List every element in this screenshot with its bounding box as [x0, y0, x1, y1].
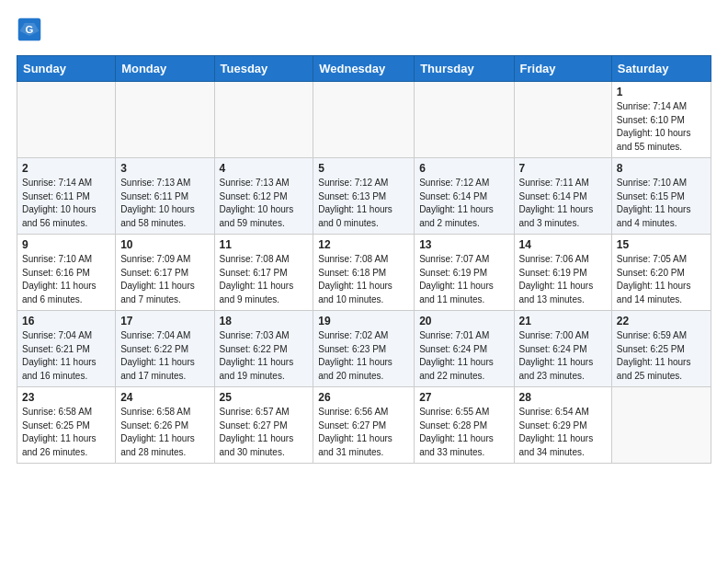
day-number: 5	[318, 162, 409, 175]
week-row-2: 9Sunrise: 7:10 AM Sunset: 6:16 PM Daylig…	[17, 235, 711, 311]
calendar-cell: 15Sunrise: 7:05 AM Sunset: 6:20 PM Dayli…	[611, 235, 711, 311]
day-info: Sunrise: 7:11 AM Sunset: 6:14 PM Dayligh…	[519, 177, 607, 230]
page: G SundayMondayTuesdayWednesdayThursdayFr…	[0, 0, 728, 475]
day-number: 26	[318, 391, 409, 404]
day-number: 24	[120, 391, 209, 404]
calendar-cell: 28Sunrise: 6:54 AM Sunset: 6:29 PM Dayli…	[514, 387, 611, 464]
week-row-1: 2Sunrise: 7:14 AM Sunset: 6:11 PM Daylig…	[17, 158, 711, 235]
calendar-cell: 26Sunrise: 6:56 AM Sunset: 6:27 PM Dayli…	[313, 387, 415, 464]
svg-text:G: G	[26, 24, 34, 35]
calendar-cell: 13Sunrise: 7:07 AM Sunset: 6:19 PM Dayli…	[415, 235, 514, 311]
day-info: Sunrise: 7:14 AM Sunset: 6:11 PM Dayligh…	[22, 177, 110, 230]
calendar-cell: 2Sunrise: 7:14 AM Sunset: 6:11 PM Daylig…	[17, 158, 116, 235]
week-row-4: 23Sunrise: 6:58 AM Sunset: 6:25 PM Dayli…	[17, 387, 711, 464]
calendar-cell	[313, 82, 415, 158]
calendar-cell: 6Sunrise: 7:12 AM Sunset: 6:14 PM Daylig…	[415, 158, 514, 235]
calendar-cell	[514, 82, 611, 158]
calendar-cell: 20Sunrise: 7:01 AM Sunset: 6:24 PM Dayli…	[415, 311, 514, 387]
day-info: Sunrise: 6:58 AM Sunset: 6:25 PM Dayligh…	[22, 406, 110, 459]
calendar-cell: 11Sunrise: 7:08 AM Sunset: 6:17 PM Dayli…	[214, 235, 313, 311]
calendar-cell: 3Sunrise: 7:13 AM Sunset: 6:11 PM Daylig…	[116, 158, 214, 235]
day-number: 8	[617, 162, 706, 175]
day-number: 1	[617, 86, 706, 98]
weekday-header-saturday: Saturday	[611, 56, 711, 82]
day-number: 22	[617, 315, 706, 327]
header: G	[17, 17, 711, 42]
calendar-cell: 24Sunrise: 6:58 AM Sunset: 6:26 PM Dayli…	[116, 387, 214, 464]
day-number: 20	[419, 315, 508, 327]
day-info: Sunrise: 6:59 AM Sunset: 6:25 PM Dayligh…	[617, 329, 706, 383]
calendar-cell: 9Sunrise: 7:10 AM Sunset: 6:16 PM Daylig…	[17, 235, 116, 311]
day-number: 2	[22, 162, 110, 175]
day-info: Sunrise: 6:57 AM Sunset: 6:27 PM Dayligh…	[220, 406, 309, 459]
calendar-cell: 19Sunrise: 7:02 AM Sunset: 6:23 PM Dayli…	[313, 311, 415, 387]
calendar-cell: 21Sunrise: 7:00 AM Sunset: 6:24 PM Dayli…	[514, 311, 611, 387]
calendar-cell	[214, 82, 313, 158]
day-number: 16	[22, 315, 110, 327]
day-number: 27	[419, 391, 508, 404]
day-info: Sunrise: 7:09 AM Sunset: 6:17 PM Dayligh…	[120, 253, 209, 306]
day-info: Sunrise: 7:04 AM Sunset: 6:21 PM Dayligh…	[22, 329, 110, 383]
calendar-cell: 14Sunrise: 7:06 AM Sunset: 6:19 PM Dayli…	[514, 235, 611, 311]
weekday-header-thursday: Thursday	[415, 56, 514, 82]
day-info: Sunrise: 7:14 AM Sunset: 6:10 PM Dayligh…	[617, 100, 706, 154]
weekday-header-row: SundayMondayTuesdayWednesdayThursdayFrid…	[17, 56, 711, 82]
calendar-cell	[415, 82, 514, 158]
calendar-cell: 1Sunrise: 7:14 AM Sunset: 6:10 PM Daylig…	[611, 82, 711, 158]
weekday-header-sunday: Sunday	[17, 56, 116, 82]
day-number: 13	[419, 238, 508, 251]
day-info: Sunrise: 7:05 AM Sunset: 6:20 PM Dayligh…	[617, 253, 706, 306]
calendar-cell	[17, 82, 116, 158]
day-info: Sunrise: 7:10 AM Sunset: 6:15 PM Dayligh…	[617, 177, 706, 230]
calendar-cell: 12Sunrise: 7:08 AM Sunset: 6:18 PM Dayli…	[313, 235, 415, 311]
calendar-cell: 27Sunrise: 6:55 AM Sunset: 6:28 PM Dayli…	[415, 387, 514, 464]
day-number: 23	[22, 391, 110, 404]
weekday-header-tuesday: Tuesday	[214, 56, 313, 82]
calendar-cell	[116, 82, 214, 158]
day-number: 28	[519, 391, 607, 404]
day-number: 14	[519, 238, 607, 251]
week-row-3: 16Sunrise: 7:04 AM Sunset: 6:21 PM Dayli…	[17, 311, 711, 387]
day-number: 17	[120, 315, 209, 327]
day-number: 12	[318, 238, 409, 251]
calendar-cell: 10Sunrise: 7:09 AM Sunset: 6:17 PM Dayli…	[116, 235, 214, 311]
day-info: Sunrise: 7:06 AM Sunset: 6:19 PM Dayligh…	[519, 253, 607, 306]
weekday-header-monday: Monday	[116, 56, 214, 82]
day-info: Sunrise: 7:00 AM Sunset: 6:24 PM Dayligh…	[519, 329, 607, 383]
day-number: 15	[617, 238, 706, 251]
day-info: Sunrise: 6:54 AM Sunset: 6:29 PM Dayligh…	[519, 406, 607, 459]
day-info: Sunrise: 7:12 AM Sunset: 6:14 PM Dayligh…	[419, 177, 508, 230]
day-info: Sunrise: 7:07 AM Sunset: 6:19 PM Dayligh…	[419, 253, 508, 306]
day-info: Sunrise: 7:03 AM Sunset: 6:22 PM Dayligh…	[220, 329, 309, 383]
day-info: Sunrise: 7:04 AM Sunset: 6:22 PM Dayligh…	[120, 329, 209, 383]
day-info: Sunrise: 7:13 AM Sunset: 6:12 PM Dayligh…	[220, 177, 309, 230]
calendar-cell: 18Sunrise: 7:03 AM Sunset: 6:22 PM Dayli…	[214, 311, 313, 387]
day-info: Sunrise: 7:10 AM Sunset: 6:16 PM Dayligh…	[22, 253, 110, 306]
week-row-0: 1Sunrise: 7:14 AM Sunset: 6:10 PM Daylig…	[17, 82, 711, 158]
day-info: Sunrise: 7:08 AM Sunset: 6:17 PM Dayligh…	[220, 253, 309, 306]
day-info: Sunrise: 7:08 AM Sunset: 6:18 PM Dayligh…	[318, 253, 409, 306]
calendar-cell: 4Sunrise: 7:13 AM Sunset: 6:12 PM Daylig…	[214, 158, 313, 235]
day-number: 9	[22, 238, 110, 251]
calendar-cell: 25Sunrise: 6:57 AM Sunset: 6:27 PM Dayli…	[214, 387, 313, 464]
calendar-cell: 16Sunrise: 7:04 AM Sunset: 6:21 PM Dayli…	[17, 311, 116, 387]
day-number: 25	[220, 391, 309, 404]
calendar-cell	[611, 387, 711, 464]
day-info: Sunrise: 7:01 AM Sunset: 6:24 PM Dayligh…	[419, 329, 508, 383]
day-number: 19	[318, 315, 409, 327]
day-info: Sunrise: 6:56 AM Sunset: 6:27 PM Dayligh…	[318, 406, 409, 459]
calendar-cell: 7Sunrise: 7:11 AM Sunset: 6:14 PM Daylig…	[514, 158, 611, 235]
day-info: Sunrise: 6:58 AM Sunset: 6:26 PM Dayligh…	[120, 406, 209, 459]
day-number: 3	[120, 162, 209, 175]
day-number: 7	[519, 162, 607, 175]
calendar-table: SundayMondayTuesdayWednesdayThursdayFrid…	[17, 55, 711, 464]
day-info: Sunrise: 7:02 AM Sunset: 6:23 PM Dayligh…	[318, 329, 409, 383]
day-info: Sunrise: 7:13 AM Sunset: 6:11 PM Dayligh…	[120, 177, 209, 230]
day-info: Sunrise: 7:12 AM Sunset: 6:13 PM Dayligh…	[318, 177, 409, 230]
day-info: Sunrise: 6:55 AM Sunset: 6:28 PM Dayligh…	[419, 406, 508, 459]
logo-icon: G	[17, 17, 42, 42]
day-number: 11	[220, 238, 309, 251]
calendar-cell: 17Sunrise: 7:04 AM Sunset: 6:22 PM Dayli…	[116, 311, 214, 387]
weekday-header-friday: Friday	[514, 56, 611, 82]
calendar-cell: 8Sunrise: 7:10 AM Sunset: 6:15 PM Daylig…	[611, 158, 711, 235]
